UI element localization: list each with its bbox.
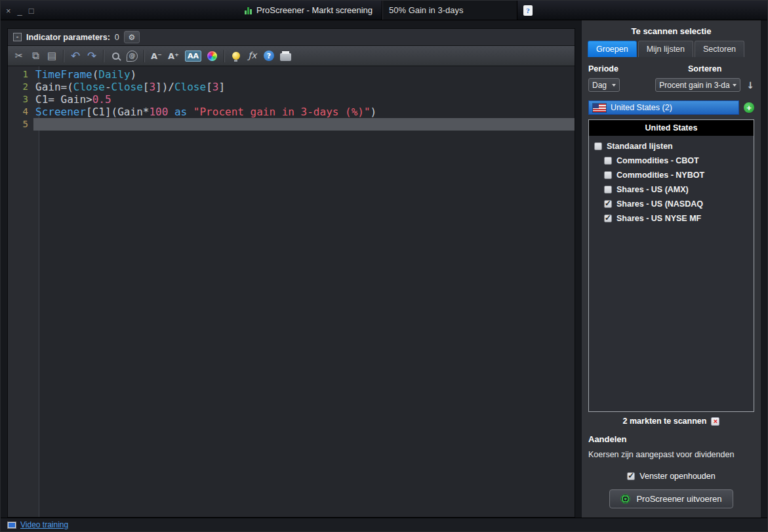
sorteren-select[interactable]: Procent gain in 3-da	[655, 78, 740, 92]
chevron-down-icon	[612, 84, 616, 87]
editor-toolbar: ✂⧉▤↶↷@A⁻A⁺AAƒx?	[8, 46, 575, 66]
font-increase-icon[interactable]: A⁺	[168, 49, 179, 62]
undo-icon[interactable]: ↶	[70, 49, 81, 62]
tab-groepen[interactable]: Groepen	[588, 41, 637, 57]
code-editor-panel: - Indicator parameters: 0 ⚙ ✂⧉▤↶↷@A⁻A⁺AA…	[7, 28, 575, 518]
code-line-2[interactable]: 2Gain=(Close-Close[3])/Close[3]	[8, 81, 575, 93]
sorteren-label: Sorteren	[655, 64, 754, 73]
maximize-button[interactable]: □	[29, 7, 34, 15]
code-lines: 1TimeFrame(Daily)2Gain=(Close-Close[3])/…	[8, 68, 575, 131]
list-header: United States	[589, 120, 754, 136]
list-item[interactable]: Commodities - NYBOT	[589, 168, 754, 182]
target-icon	[620, 494, 630, 504]
tip-bulb-icon[interactable]	[231, 49, 241, 62]
keep-open-row[interactable]: Venster openhouden	[582, 459, 761, 481]
list-item[interactable]: Commodities - CBOT	[589, 153, 754, 168]
list-item[interactable]: Standaard lijsten	[589, 139, 754, 153]
item-label: Commodities - CBOT	[616, 156, 699, 165]
keep-open-checkbox[interactable]	[627, 472, 635, 480]
function-icon[interactable]: ƒx	[247, 49, 258, 62]
run-screener-label: ProScreener uitvoeren	[636, 494, 721, 504]
tip-bulb-icon-shape	[232, 52, 240, 60]
help-doc-glyph: ?	[523, 5, 533, 16]
indicator-parameters-count: 0	[115, 33, 119, 42]
item-label: Commodities - NYBOT	[616, 171, 704, 180]
list-item[interactable]: Shares - US (NASDAQ	[589, 197, 754, 211]
copy-icon[interactable]: ⧉	[30, 49, 41, 62]
run-screener-button[interactable]: ProScreener uitvoeren	[609, 489, 733, 508]
cut-icon[interactable]: ✂	[14, 49, 24, 62]
search-icon[interactable]	[110, 49, 121, 62]
sorteren-group: Sorteren Procent gain in 3-da ↓	[655, 64, 754, 92]
font-style-icon[interactable]: AA	[185, 51, 201, 62]
help-doc-icon[interactable]: ?	[523, 1, 533, 20]
dividend-note: Koersen zijn aangepast voor dividenden	[582, 444, 761, 459]
item-label: Shares - US (NASDAQ	[616, 199, 703, 209]
item-checkbox[interactable]	[594, 142, 602, 150]
paste-icon[interactable]: ▤	[47, 49, 57, 62]
line-number: 5	[8, 118, 33, 131]
code-line-content: Gain=(Close-Close[3])/Close[3]	[33, 81, 575, 93]
scan-selection-panel: Te scannen selectie GroepenMijn lijstenS…	[582, 20, 761, 518]
item-checkbox[interactable]	[604, 186, 612, 194]
minimize-button[interactable]: _	[18, 7, 22, 15]
list-item[interactable]: Shares - US (AMX)	[589, 182, 754, 197]
window-controls: × _ □	[6, 1, 34, 20]
group-row: United States (2) +	[582, 92, 761, 115]
close-button[interactable]: ×	[6, 7, 11, 15]
item-checkbox[interactable]	[604, 157, 612, 165]
tab-sectoren[interactable]: Sectoren	[695, 41, 744, 57]
scan-tabs: GroepenMijn lijstenSectoren	[582, 41, 761, 57]
aandelen-title: Aandelen	[582, 426, 761, 444]
chart-bars-icon	[245, 7, 252, 14]
code-line-4[interactable]: 4Screener[C1](Gain*100 as "Procent gain …	[8, 106, 575, 118]
item-label: Shares - US (AMX)	[616, 185, 689, 194]
periode-select[interactable]: Dag	[588, 78, 620, 92]
item-checkbox[interactable]	[604, 200, 612, 208]
sort-direction-icon[interactable]: ↓	[746, 80, 754, 91]
toolbar-separator	[63, 50, 64, 62]
title-group: ProScreener - Markt screening 50% Gain i…	[235, 1, 533, 20]
code-line-1[interactable]: 1TimeFrame(Daily)	[8, 68, 575, 81]
list-item[interactable]: Shares - US NYSE MF	[589, 211, 754, 226]
comment-icon[interactable]: @	[127, 51, 138, 62]
code-line-5[interactable]: 5	[8, 118, 575, 131]
remove-selection-icon[interactable]: ×	[711, 417, 719, 426]
video-training-link[interactable]: Video training	[20, 520, 68, 529]
add-group-button[interactable]: +	[744, 102, 754, 113]
screener-tab[interactable]: 50% Gain in 3-days	[382, 1, 517, 20]
line-number: 3	[8, 93, 33, 106]
us-flag-icon	[593, 104, 606, 112]
item-checkbox[interactable]	[604, 171, 612, 179]
chevron-down-icon	[733, 84, 737, 87]
line-number: 1	[8, 68, 33, 81]
code-line-3[interactable]: 3C1= Gain>0.5	[8, 93, 575, 106]
search-icon-shape	[112, 52, 119, 60]
toolbar-separator	[224, 50, 225, 62]
main-area: - Indicator parameters: 0 ⚙ ✂⧉▤↶↷@A⁻A⁺AA…	[1, 20, 767, 518]
line-number: 4	[8, 106, 33, 118]
code-editor[interactable]: 1TimeFrame(Daily)2Gain=(Close-Close[3])/…	[8, 66, 575, 517]
print-icon-shape	[280, 53, 291, 61]
tab-mijn-lijsten[interactable]: Mijn lijsten	[638, 41, 693, 57]
statusbar: Video training	[1, 518, 767, 531]
code-line-content: C1= Gain>0.5	[33, 93, 575, 106]
summary-row: 2 markten te scannen ×	[582, 412, 761, 426]
print-icon[interactable]	[280, 49, 291, 62]
toolbar-separator	[103, 50, 104, 62]
font-decrease-icon[interactable]: A⁻	[151, 49, 162, 62]
sorteren-value: Procent gain in 3-da	[659, 81, 729, 90]
help-icon[interactable]: ?	[264, 51, 274, 61]
line-number: 2	[8, 81, 33, 93]
periode-label: Periode	[588, 64, 620, 73]
color-wheel-icon[interactable]	[207, 49, 218, 62]
redo-icon[interactable]: ↷	[87, 49, 97, 62]
window-title: ProScreener - Markt screening	[256, 5, 373, 15]
collapse-button[interactable]: -	[13, 33, 22, 41]
proscreener-window: × _ □ ProScreener - Markt screening 50% …	[0, 0, 768, 532]
selected-group[interactable]: United States (2)	[588, 100, 739, 115]
selected-group-label: United States (2)	[611, 103, 672, 112]
item-checkbox[interactable]	[604, 215, 612, 222]
color-wheel-icon-shape	[207, 51, 217, 61]
settings-wrench-button[interactable]: ⚙	[124, 31, 140, 43]
